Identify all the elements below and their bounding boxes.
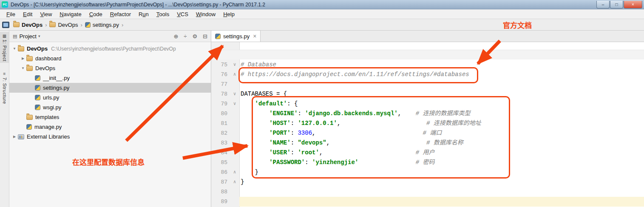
library-icon	[18, 134, 24, 139]
code-line[interactable]: 'USER': 'root', # 用户	[239, 148, 644, 158]
tree-item-urls-py[interactable]: urls.py	[9, 93, 211, 102]
tree-item-init-py[interactable]: __init__.py	[9, 73, 211, 83]
tree-item-templates[interactable]: templates	[9, 112, 211, 122]
breadcrumb-label: DevOps	[58, 22, 78, 28]
panel-header-toolbar: ⊕÷⚙⊟	[168, 33, 207, 40]
menu-view[interactable]: View	[36, 10, 56, 18]
chevron-right-icon[interactable]: ▶	[11, 135, 18, 139]
line-number[interactable]: 87	[211, 177, 230, 187]
line-number[interactable]: 80	[211, 109, 230, 119]
tree-item-external-libraries[interactable]: ▶External Libraries	[9, 132, 211, 142]
menu-code[interactable]: Code	[85, 10, 106, 18]
code-line[interactable]: 'NAME': "devops", # 数据库名称	[239, 138, 644, 148]
menu-edit[interactable]: Edit	[19, 10, 36, 18]
code-line[interactable]: 'HOST': '127.0.0.1', # 连接数据库的地址	[239, 119, 644, 128]
line-number[interactable]: 79	[211, 99, 230, 109]
project-panel: Project ⊕÷⚙⊟ ▼DevOpsC:\Users\yinzhengjie…	[9, 31, 211, 207]
tree-item-devops[interactable]: ▼DevOpsC:\Users\yinzhengjie\softwares\Py…	[9, 44, 211, 54]
project-view-icon[interactable]	[2, 22, 9, 28]
tab-settings-py[interactable]: settings.py ×	[211, 30, 261, 42]
minimize-button[interactable]: –	[596, 1, 610, 9]
line-number[interactable]: 88	[211, 187, 230, 197]
tree-item-settings-py[interactable]: settings.py	[9, 83, 211, 93]
tree-item-label: __init__.py	[43, 75, 70, 81]
tool-button-structure[interactable]: ≡7: Structure	[0, 70, 9, 106]
line-number[interactable]: 83	[211, 138, 230, 148]
project-panel-title[interactable]: Project	[19, 33, 36, 40]
code-line[interactable]: 'ENGINE': 'django.db.backends.mysql', # …	[239, 109, 644, 119]
tree-item-devops[interactable]: ▼DevOps	[9, 63, 211, 73]
editor-line-81: 81 'HOST': '127.0.0.1', # 连接数据库的地址	[211, 119, 644, 128]
line-number[interactable]: 84	[211, 148, 230, 158]
fold-marker-icon[interactable]: ∧	[230, 167, 239, 177]
menu-navigate[interactable]: Navigate	[56, 10, 85, 18]
chevron-right-icon: ›	[45, 22, 47, 28]
breadcrumb-item-settings-py[interactable]: settings.py	[85, 22, 119, 28]
code-line[interactable]	[239, 79, 644, 89]
chevron-down-icon[interactable]	[38, 34, 40, 38]
line-number[interactable]: 77	[211, 79, 230, 89]
window-title: DevOps - [C:\Users\yinzhengjie\softwares…	[11, 2, 265, 8]
title-bar: PC DevOps - [C:\Users\yinzhengjie\softwa…	[0, 0, 644, 9]
code-line[interactable]: }	[239, 177, 644, 187]
menu-help[interactable]: Help	[219, 10, 238, 18]
menu-vcs[interactable]: VCS	[173, 10, 192, 18]
menu-refactor[interactable]: Refactor	[106, 10, 135, 18]
project-panel-header: Project ⊕÷⚙⊟	[9, 31, 211, 42]
fold-marker-icon[interactable]: ∨	[230, 99, 239, 109]
code-token: : {	[287, 100, 298, 107]
line-number[interactable]: 89	[211, 197, 230, 207]
code-line[interactable]: # Database	[239, 60, 644, 70]
breadcrumb-item-devops[interactable]: DevOps	[49, 22, 78, 28]
code-line[interactable]: 'PASSWORD': 'yinzhengjie' # 密码	[239, 158, 644, 167]
editor-body[interactable]: 75∨# Database76∧# https://docs.djangopro…	[211, 42, 644, 207]
tree-item-label: urls.py	[43, 94, 59, 101]
menu-tools[interactable]: Tools	[153, 10, 173, 18]
menu-file[interactable]: File	[3, 10, 19, 18]
project-tree: ▼DevOpsC:\Users\yinzhengjie\softwares\Py…	[9, 42, 211, 207]
close-tab-icon[interactable]: ×	[253, 33, 256, 40]
tree-item-wsgi-py[interactable]: wsgi.py	[9, 102, 211, 112]
menu-run[interactable]: Run	[135, 10, 153, 18]
code-line[interactable]: 'default': {	[239, 99, 644, 109]
code-line[interactable]: # https://docs.djangoproject.com/en/1.11…	[239, 70, 644, 79]
line-number[interactable]: 75	[211, 60, 230, 70]
line-number[interactable]: 82	[211, 128, 230, 138]
fold-marker-icon[interactable]: ∧	[230, 177, 239, 187]
line-number[interactable]: 78	[211, 89, 230, 99]
breadcrumb-item-devops[interactable]: DevOps	[13, 22, 43, 28]
chevron-right-icon[interactable]: ▶	[20, 57, 26, 60]
fold-marker-icon[interactable]: ∨	[230, 60, 239, 70]
code-token: 'HOST'	[269, 120, 290, 127]
editor-tab-bar: settings.py ×	[211, 31, 644, 42]
maximize-button[interactable]: □	[610, 1, 623, 9]
hide-icon[interactable]: ⊟	[203, 33, 207, 40]
tool-button-project[interactable]: ▦1: Project	[0, 32, 9, 63]
gear-menu-icon[interactable]: ⚙	[192, 33, 197, 40]
line-number[interactable]: 85	[211, 158, 230, 167]
code-line[interactable]	[239, 187, 644, 197]
line-number[interactable]: 86	[211, 167, 230, 177]
fold-marker-icon[interactable]: ∧	[230, 70, 239, 79]
menu-window[interactable]: Window	[192, 10, 219, 18]
tree-item-manage-py[interactable]: manage.py	[9, 122, 211, 132]
close-button[interactable]: ×	[624, 1, 642, 9]
locate-icon[interactable]: ⊕	[173, 33, 178, 40]
tool-window-stripe: ▦1: Project≡7: Structure	[0, 31, 9, 207]
chevron-down-icon[interactable]: ▼	[11, 47, 18, 51]
code-line[interactable]: }	[239, 167, 644, 177]
line-number[interactable]: 81	[211, 119, 230, 128]
collapse-all-icon[interactable]: ÷	[184, 33, 187, 40]
code-line[interactable]: DATABASES = {	[239, 89, 644, 99]
code-line[interactable]	[239, 197, 644, 207]
code-line[interactable]: 'PORT': 3306, # 端口	[239, 128, 644, 138]
code-token: 'USER'	[269, 149, 290, 156]
tree-item-dashboard[interactable]: ▶dashboard	[9, 54, 211, 63]
code-token	[241, 159, 269, 166]
fold-marker-icon[interactable]: ∨	[230, 89, 239, 99]
pycharm-logo-icon: PC	[2, 1, 8, 8]
chevron-down-icon[interactable]: ▼	[20, 66, 26, 70]
fold-marker-icon	[230, 197, 239, 207]
code-token: 'NAME'	[269, 139, 290, 146]
line-number[interactable]: 76	[211, 70, 230, 79]
